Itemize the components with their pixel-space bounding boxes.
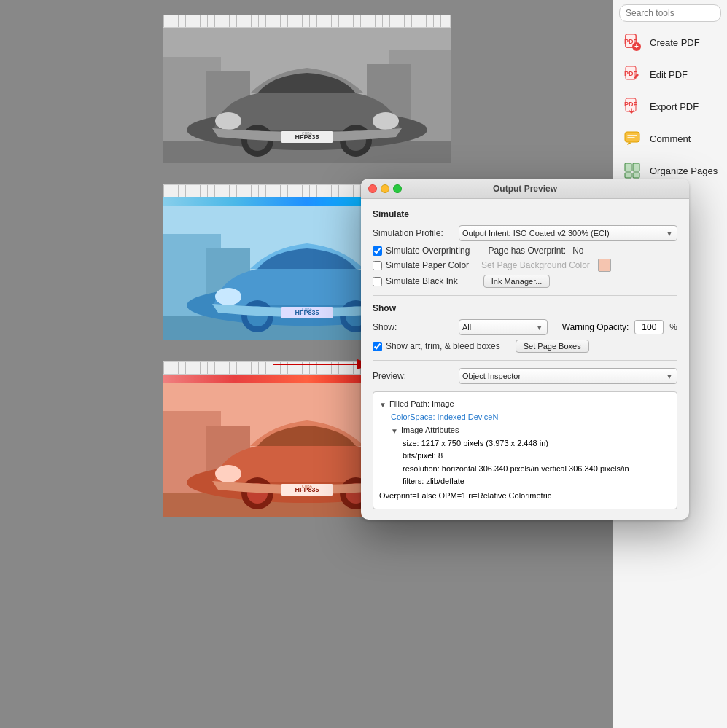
simulation-profile-row: Simulation Profile: Output Intent: ISO C… <box>373 225 677 241</box>
show-select-wrapper: All ▼ <box>459 319 548 335</box>
traffic-lights <box>368 184 402 193</box>
tree-colorspace-row: ColorSpace: Indexed DeviceN <box>391 411 671 424</box>
show-select[interactable]: All <box>459 319 548 335</box>
art-trim-row: Show art, trim, & bleed boxes Set Page B… <box>373 340 677 353</box>
svg-text:+: + <box>634 42 639 50</box>
simulation-profile-select-wrapper: Output Intent: ISO Coated v2 300% (ECI) … <box>459 225 677 241</box>
tree-overprint-label: Overprint=False OPM=1 ri=Relative Colori… <box>379 490 551 503</box>
tree-expand-icon-1[interactable]: ▼ <box>379 399 386 411</box>
create-pdf-icon: PDF + <box>622 32 642 52</box>
object-inspector-panel: ▼ Filled Path: Image ColorSpace: Indexed… <box>373 391 677 509</box>
svg-point-7 <box>215 112 241 130</box>
art-trim-checkbox[interactable] <box>373 342 382 351</box>
set-page-boxes-button[interactable]: Set Page Boxes <box>516 340 589 353</box>
tree-resolution: resolution: horizontal 306.340 pixels/in… <box>403 463 671 476</box>
create-pdf-label: Create PDF <box>650 37 700 48</box>
divider-1 <box>373 295 677 296</box>
show-row: Show: All ▼ Warning Opacity: % <box>373 319 677 335</box>
svg-rect-68 <box>633 173 639 178</box>
tool-export-pdf[interactable]: PDF Export PDF <box>613 90 727 122</box>
dialog-title: Output Preview <box>493 184 557 194</box>
tool-edit-pdf[interactable]: PDF Edit PDF <box>613 58 727 90</box>
bg-color-swatch[interactable] <box>598 259 611 272</box>
warning-opacity-input[interactable] <box>634 320 664 334</box>
simulate-paper-color-checkbox[interactable] <box>373 261 382 270</box>
maximize-button[interactable] <box>393 184 402 193</box>
svg-text:CUBA: CUBA <box>302 307 313 311</box>
warning-opacity-label: Warning Opacity: <box>562 322 629 332</box>
divider-2 <box>373 360 677 361</box>
comment-label: Comment <box>650 133 691 144</box>
tree-bits-label: bits/pixel: 8 <box>403 451 443 460</box>
warning-pct-label: % <box>669 322 677 332</box>
svg-rect-65 <box>625 163 631 171</box>
page-overprint-value: No <box>572 246 583 256</box>
tree-size-label: size: 1217 x 750 pixels (3.973 x 2.448 i… <box>403 439 548 447</box>
preview-row: Preview: Object Inspector ▼ <box>373 368 677 384</box>
simulate-overprinting-label: Simulate Overprinting <box>386 246 470 256</box>
tool-create-pdf[interactable]: PDF + Create PDF <box>613 26 727 58</box>
ruler-bw <box>163 15 451 28</box>
simulate-black-ink-checkbox[interactable] <box>373 277 382 286</box>
svg-point-41 <box>215 465 241 482</box>
organize-pages-icon <box>622 160 642 181</box>
simulate-overprinting-row: Simulate Overprinting Page has Overprint… <box>373 246 677 256</box>
comment-icon <box>622 128 642 149</box>
simulate-black-ink-row: Simulate Black Ink Ink Manager... <box>373 275 677 288</box>
close-button[interactable] <box>368 184 377 193</box>
preview-label: Preview: <box>373 371 453 381</box>
edit-pdf-label: Edit PDF <box>650 69 688 80</box>
svg-point-24 <box>215 288 241 305</box>
svg-rect-67 <box>625 173 631 178</box>
tree-colorspace-label: ColorSpace: Indexed DeviceN <box>391 412 498 421</box>
show-section-header: Show <box>373 303 677 313</box>
page-bw: HFP835 CUBA <box>163 15 451 163</box>
tree-size: size: 1217 x 750 pixels (3.973 x 2.448 i… <box>403 437 671 450</box>
tool-comment[interactable]: Comment <box>613 122 727 154</box>
svg-text:CUBA: CUBA <box>302 131 313 136</box>
export-pdf-icon: PDF <box>622 96 642 117</box>
search-tools-input[interactable] <box>619 4 721 22</box>
svg-point-8 <box>373 112 399 130</box>
tree-bits: bits/pixel: 8 <box>403 450 671 463</box>
ink-manager-button[interactable]: Ink Manager... <box>483 275 551 288</box>
svg-text:CUBA: CUBA <box>302 484 313 488</box>
simulation-profile-label: Simulation Profile: <box>373 228 453 238</box>
tree-filters-label: filters: zlib/deflate <box>403 477 464 485</box>
simulation-profile-select[interactable]: Output Intent: ISO Coated v2 300% (ECI) <box>459 225 677 241</box>
svg-rect-66 <box>633 163 639 171</box>
tree-resolution-label: resolution: horizontal 306.340 pixels/in… <box>403 464 629 473</box>
simulate-black-ink-label: Simulate Black Ink <box>386 276 458 286</box>
dialog-titlebar: Output Preview <box>361 179 689 199</box>
minimize-button[interactable] <box>381 184 389 193</box>
svg-rect-62 <box>625 132 639 142</box>
svg-text:PDF: PDF <box>624 101 638 108</box>
tree-image-attrs-label: Image Attributes <box>401 424 459 437</box>
art-trim-label: Show art, trim, & bleed boxes <box>386 341 500 351</box>
tree-overprint: Overprint=False OPM=1 ri=Relative Colori… <box>379 490 671 503</box>
tree-expand-icon-2[interactable]: ▼ <box>391 426 398 437</box>
tree-filters: filters: zlib/deflate <box>403 475 671 488</box>
simulate-paper-color-label: Simulate Paper Color <box>386 260 469 270</box>
edit-pdf-icon: PDF <box>622 64 642 85</box>
tree-filled-path-label: Filled Path: Image <box>389 398 454 411</box>
show-label: Show: <box>373 322 453 332</box>
simulate-overprinting-checkbox[interactable] <box>373 246 382 256</box>
set-bg-color-label: Set Page Background Color <box>481 260 590 270</box>
organize-pages-label: Organize Pages <box>650 165 718 176</box>
preview-select-wrapper: Object Inspector ▼ <box>459 368 677 384</box>
output-preview-dialog: Output Preview Simulate Simulation Profi… <box>361 179 689 520</box>
simulate-section-header: Simulate <box>373 209 677 219</box>
car-image-bw: HFP835 CUBA <box>163 28 451 163</box>
simulate-paper-color-row: Simulate Paper Color Set Page Background… <box>373 259 677 272</box>
tree-image-attrs: ▼ Image Attributes <box>391 424 671 437</box>
tree-filled-path: ▼ Filled Path: Image <box>379 398 671 411</box>
preview-select[interactable]: Object Inspector <box>459 368 677 384</box>
page-overprint-label: Page has Overprint: <box>488 246 566 256</box>
dialog-body: Simulate Simulation Profile: Output Inte… <box>361 199 689 520</box>
export-pdf-label: Export PDF <box>650 101 699 112</box>
